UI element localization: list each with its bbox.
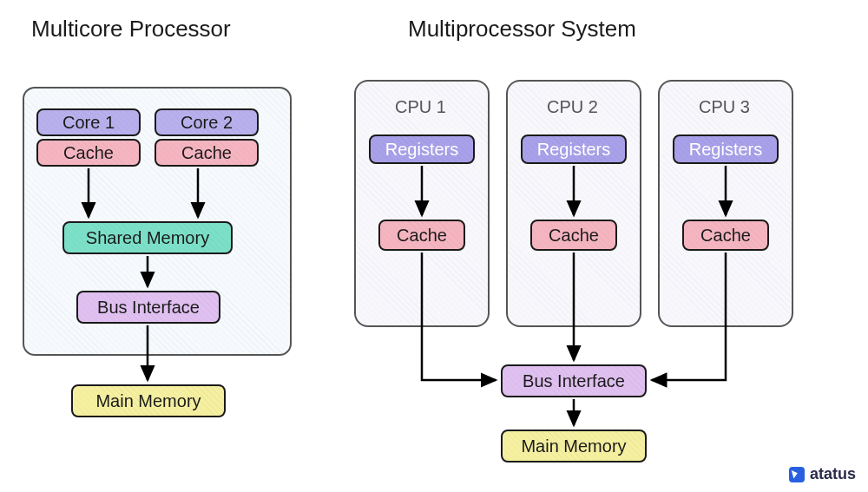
brand-logo: atatus: [789, 465, 856, 483]
atatus-icon: [789, 467, 805, 482]
core2-cache-box: Cache: [155, 139, 259, 167]
core1-cache-box: Cache: [36, 139, 141, 167]
title-multiprocessor: Multiprocessor System: [408, 16, 636, 43]
title-multicore: Multicore Processor: [31, 16, 231, 43]
cpu2-registers-box: Registers: [521, 134, 627, 164]
bus-interface-left-box: Bus Interface: [76, 291, 220, 324]
brand-label: atatus: [810, 465, 856, 483]
shared-memory-box: Shared Memory: [62, 221, 233, 254]
cpu3-label: CPU 3: [699, 97, 750, 117]
core2-box: Core 2: [155, 108, 259, 136]
core1-box: Core 1: [36, 108, 141, 136]
cpu2-cache-box: Cache: [530, 220, 617, 251]
main-memory-left-box: Main Memory: [71, 384, 226, 417]
cpu2-label: CPU 2: [547, 97, 598, 117]
cpu1-cache-box: Cache: [378, 220, 465, 251]
main-memory-right-box: Main Memory: [501, 430, 647, 462]
bus-interface-right-box: Bus Interface: [501, 364, 647, 397]
cpu1-label: CPU 1: [395, 97, 446, 117]
cpu3-registers-box: Registers: [673, 134, 779, 164]
cpu1-registers-box: Registers: [369, 134, 475, 164]
cpu3-cache-box: Cache: [682, 220, 769, 251]
